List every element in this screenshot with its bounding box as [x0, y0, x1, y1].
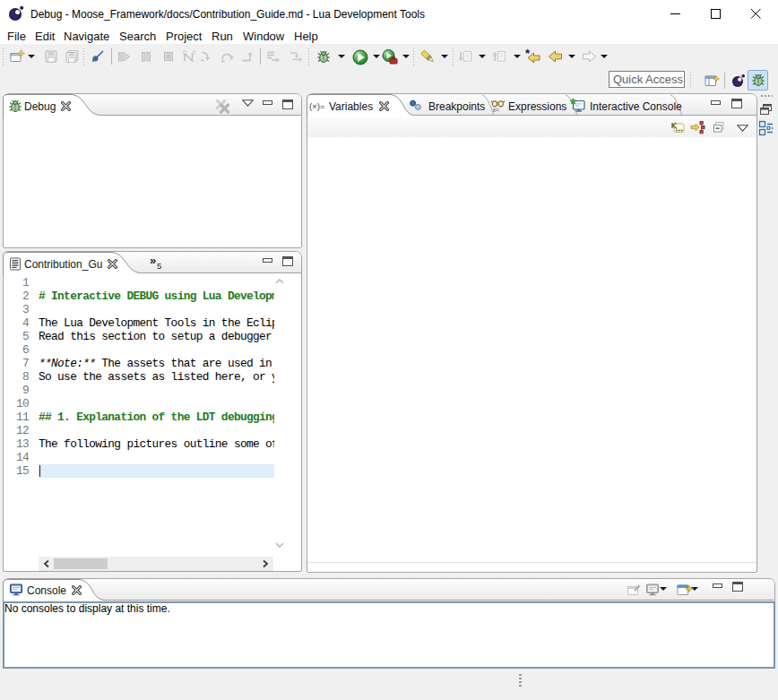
svg-text:x=: x= — [492, 107, 499, 113]
